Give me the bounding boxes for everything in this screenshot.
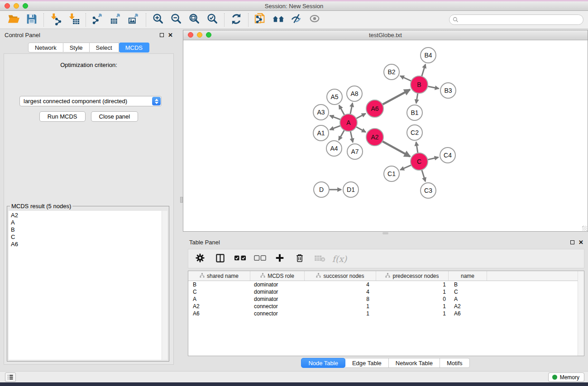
zoom-in-button[interactable] (149, 12, 167, 28)
table-cell[interactable]: 1 (376, 288, 449, 295)
network-close-button[interactable] (188, 32, 193, 38)
table-cell[interactable]: 4 (305, 288, 376, 295)
result-list-scrollbar[interactable] (162, 211, 167, 360)
close-panel-button[interactable]: Close panel (91, 111, 139, 122)
network-zoom-button[interactable] (206, 32, 211, 38)
graph-node-B2[interactable]: B2 (383, 64, 400, 80)
graph-node-B[interactable]: B (410, 76, 428, 94)
show-graphics-details-button[interactable] (306, 12, 324, 28)
criterion-select[interactable]: largest connected component (directed) (19, 96, 162, 106)
export-table-button[interactable] (107, 12, 125, 28)
graph-node-A[interactable]: A (339, 114, 358, 132)
graph-node-A8[interactable]: A8 (346, 86, 363, 102)
tab-edge-table[interactable]: Edge Table (345, 358, 389, 368)
close-window-button[interactable] (5, 3, 10, 9)
search-box[interactable] (449, 14, 583, 25)
graph-edge-A-A8[interactable] (350, 103, 353, 115)
table-cell[interactable]: A2 (188, 303, 250, 310)
column-layout-button[interactable] (212, 251, 228, 267)
graph-node-C2[interactable]: C2 (406, 124, 423, 141)
graph-node-A3[interactable]: A3 (313, 104, 329, 120)
column-header-shared-name[interactable]: shared name (188, 271, 250, 281)
table-cell[interactable]: 4 (305, 281, 376, 288)
table-cell[interactable]: A6 (188, 310, 250, 317)
graph-node-D[interactable]: D (313, 181, 330, 198)
float-table-panel-icon[interactable] (570, 240, 574, 244)
graph-edge-C-C2[interactable] (416, 142, 418, 153)
mcds-result-item[interactable]: A (11, 219, 162, 226)
run-mcds-button[interactable]: Run MCDS (39, 111, 86, 122)
table-cell[interactable]: A (449, 295, 487, 303)
zoom-window-button[interactable] (23, 3, 28, 9)
graph-node-C4[interactable]: C4 (440, 147, 456, 163)
table-cell[interactable]: connector (250, 303, 305, 310)
graph-node-D1[interactable]: D1 (343, 181, 359, 198)
graph-edge-B-B4[interactable] (421, 64, 425, 77)
refresh-view-button[interactable] (227, 12, 245, 28)
float-panel-icon[interactable] (160, 33, 164, 37)
table-cell[interactable]: C (188, 288, 250, 295)
graph-edge-A-A5[interactable] (339, 105, 344, 115)
table-row[interactable]: Adominator80A (188, 295, 584, 303)
graph-edge-A-A6[interactable] (356, 114, 366, 119)
export-image-button[interactable] (125, 12, 143, 28)
search-input[interactable] (459, 15, 583, 24)
tab-select[interactable]: Select (90, 43, 119, 52)
graph-node-A5[interactable]: A5 (326, 89, 343, 105)
graph-edge-B-B3[interactable] (427, 86, 439, 89)
table-cell[interactable]: 1 (376, 281, 449, 288)
graph-node-C3[interactable]: C3 (420, 182, 436, 199)
graph-node-A7[interactable]: A7 (347, 143, 363, 160)
resize-grip-icon[interactable] (582, 226, 587, 231)
column-header-predecessor-nodes[interactable]: predecessor nodes (376, 271, 449, 281)
hide-graphics-details-button[interactable] (287, 12, 306, 28)
graph-edge-C-C3[interactable] (421, 169, 425, 181)
graph-edge-B-B2[interactable] (400, 76, 412, 81)
delete-columns-button[interactable] (292, 251, 308, 267)
mcds-result-item[interactable]: A2 (11, 212, 162, 219)
graph-edge-A-A2[interactable] (356, 127, 366, 132)
tab-network-table[interactable]: Network Table (389, 358, 440, 368)
save-session-button[interactable] (23, 12, 41, 28)
import-table-button[interactable] (65, 12, 83, 28)
column-header-mcds-role[interactable]: MCDS role (250, 271, 305, 281)
table-row[interactable]: Bdominator41B (188, 281, 584, 288)
mcds-result-item[interactable]: C (11, 234, 162, 241)
graph-node-C1[interactable]: C1 (383, 166, 400, 182)
duplicate-network-button[interactable] (251, 12, 269, 28)
table-row[interactable]: A2connector11A2 (188, 303, 584, 310)
first-neighbors-button[interactable] (269, 12, 287, 28)
minimize-window-button[interactable] (14, 3, 19, 9)
graph-node-B1[interactable]: B1 (406, 105, 423, 121)
settings-gear-button[interactable] (192, 251, 208, 267)
graph-edge-A2-C[interactable] (382, 141, 410, 157)
zoom-selected-button[interactable] (203, 12, 221, 28)
graph-edge-C-C4[interactable] (427, 157, 439, 160)
graph-node-A1[interactable]: A1 (313, 125, 329, 141)
task-history-button[interactable] (5, 372, 16, 382)
table-cell[interactable]: 1 (376, 310, 449, 317)
table-cell[interactable]: dominator (250, 295, 305, 303)
graph-edge-B-B1[interactable] (416, 93, 418, 103)
vertical-scrollbar-thumb[interactable] (180, 197, 183, 203)
column-header-name[interactable]: name (449, 271, 487, 281)
horizontal-scrollbar-thumb[interactable] (382, 232, 388, 234)
add-column-button[interactable] (272, 251, 288, 267)
memory-button[interactable]: Memory (548, 372, 584, 382)
mcds-result-item[interactable]: A6 (11, 241, 162, 248)
table-cell[interactable]: 1 (305, 303, 376, 310)
table-cell[interactable]: dominator (250, 281, 305, 288)
table-cell[interactable]: A6 (449, 310, 487, 317)
table-cell[interactable]: B (188, 281, 250, 288)
mcds-result-item[interactable]: B (11, 226, 162, 234)
tab-node-table[interactable]: Node Table (301, 358, 345, 368)
table-cell[interactable]: A (188, 295, 250, 303)
graph-node-A4[interactable]: A4 (326, 140, 342, 157)
close-table-panel-icon[interactable]: ✕ (578, 240, 583, 244)
table-row[interactable]: Cdominator41C (188, 288, 584, 295)
graph-edge-A-A1[interactable] (330, 125, 341, 129)
tab-network[interactable]: Network (28, 43, 63, 52)
tab-motifs[interactable]: Motifs (440, 358, 470, 368)
export-network-button[interactable] (89, 12, 107, 28)
zoom-out-button[interactable] (167, 12, 185, 28)
